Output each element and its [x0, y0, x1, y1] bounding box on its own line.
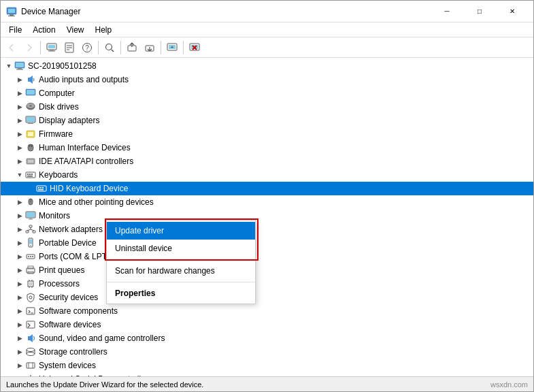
- usb-expand: ▶: [14, 374, 25, 376]
- maximize-button[interactable]: □: [464, 1, 495, 22]
- ide-expand: ▶: [14, 156, 25, 167]
- list-item[interactable]: ▶ Sound, video and game controllers: [1, 331, 533, 345]
- svg-rect-54: [38, 189, 44, 191]
- menu-bar: File Action View Help: [1, 22, 533, 37]
- svg-text:+: +: [171, 44, 174, 50]
- ide-label: IDE ATA/ATAPI controllers: [39, 157, 133, 166]
- properties-button[interactable]: [61, 39, 78, 56]
- swcomp-icon: [25, 306, 36, 316]
- list-item[interactable]: ▶ Software components: [1, 304, 533, 318]
- svg-rect-78: [29, 282, 33, 286]
- sysdev-icon: [25, 360, 36, 371]
- svg-point-91: [27, 353, 35, 356]
- status-bar: Launches the Update Driver Wizard for th…: [1, 376, 533, 391]
- print-expand: ▶: [14, 265, 25, 276]
- svg-rect-42: [31, 144, 33, 147]
- computer-button[interactable]: [44, 39, 60, 56]
- svg-point-71: [28, 256, 29, 257]
- print-icon: [25, 265, 36, 276]
- svg-rect-37: [28, 123, 33, 124]
- network-label: Network adapters: [39, 225, 103, 234]
- menu-file[interactable]: File: [3, 24, 27, 36]
- list-item[interactable]: ▶ Storage controllers: [1, 345, 533, 359]
- list-item[interactable]: ▶ Mice and other pointing devices: [1, 195, 533, 209]
- usb-label: Universal Serial Bus controllers: [39, 374, 152, 376]
- context-menu: Update driver Uninstall device Scan for …: [106, 220, 256, 304]
- svg-rect-47: [29, 174, 31, 175]
- list-item[interactable]: ▶ Monitors: [1, 209, 533, 223]
- toolbar-sep-4: [161, 41, 161, 54]
- svg-line-65: [27, 229, 31, 231]
- firmware-label: Firmware: [39, 129, 73, 139]
- svg-rect-46: [27, 174, 29, 175]
- toolbar: ? +: [1, 37, 533, 58]
- tree-root[interactable]: ▼ SC-201905101258: [1, 59, 533, 73]
- forward-button[interactable]: [21, 39, 37, 56]
- svg-marker-87: [28, 334, 33, 342]
- list-item[interactable]: ▶ Ports (COM & LPT): [1, 250, 533, 263]
- firmware-expand: ▶: [14, 129, 25, 140]
- ctx-scan-hardware[interactable]: Scan for hardware changes: [107, 262, 255, 280]
- menu-help[interactable]: Help: [90, 24, 118, 36]
- svg-rect-63: [33, 231, 35, 233]
- svg-rect-51: [38, 187, 39, 189]
- processors-icon: [25, 278, 36, 289]
- svg-rect-53: [42, 187, 44, 189]
- list-item[interactable]: ▶ Security devices: [1, 291, 533, 304]
- audio-icon: [25, 74, 36, 85]
- list-item[interactable]: ▶ Processors: [1, 277, 533, 291]
- svg-rect-36: [27, 117, 35, 122]
- scan-button[interactable]: [101, 39, 118, 56]
- list-item[interactable]: ▶ IDE ATA/ATAPI controllers: [1, 154, 533, 168]
- list-item[interactable]: ▶ Firmware: [1, 127, 533, 141]
- svg-point-72: [30, 256, 31, 257]
- svg-rect-28: [16, 69, 23, 70]
- list-item[interactable]: ▶ Universal Serial Bus controllers: [1, 372, 533, 376]
- monitors-expand: ▶: [14, 210, 25, 221]
- list-item[interactable]: ▶ Display adapters: [1, 114, 533, 127]
- swdev-icon: [25, 319, 36, 330]
- minimize-button[interactable]: ─: [431, 1, 463, 22]
- list-item[interactable]: ▶ Portable Device: [1, 236, 533, 250]
- uninstall-toolbar-button[interactable]: [141, 39, 158, 56]
- storage-label: Storage controllers: [39, 347, 107, 357]
- disk-expand: ▶: [14, 101, 25, 112]
- network-expand: ▶: [14, 224, 25, 235]
- security-label: Security devices: [39, 293, 98, 302]
- audio-expand: ▶: [14, 74, 25, 85]
- ctx-properties[interactable]: Properties: [107, 284, 255, 302]
- keyboards-label: Keyboards: [39, 170, 78, 180]
- device-manager-window: Device Manager ─ □ ✕ File Action View He…: [0, 0, 534, 392]
- hid-keyboard-item[interactable]: HID Keyboard Device: [1, 182, 533, 195]
- ctx-uninstall-device[interactable]: Uninstall device: [107, 240, 255, 257]
- tree-view[interactable]: ▼ SC-201905101258 ▶: [1, 58, 533, 376]
- list-item[interactable]: ▶ Human Interface Devices: [1, 141, 533, 154]
- list-item[interactable]: ▶ Network adapters: [1, 223, 533, 236]
- delete-button[interactable]: [186, 39, 203, 56]
- back-button[interactable]: [3, 39, 20, 56]
- hid-keyboard-expand: [25, 183, 36, 194]
- add-device-button[interactable]: +: [164, 39, 180, 56]
- root-computer-icon: [14, 61, 25, 71]
- list-item[interactable]: ▶ Computer: [1, 86, 533, 100]
- toolbar-sep-2: [98, 41, 99, 54]
- sound-expand: ▶: [14, 333, 25, 344]
- keyboards-expand: ▼: [14, 169, 25, 180]
- ctx-update-driver[interactable]: Update driver: [107, 222, 255, 240]
- list-item[interactable]: ▶ Disk drives: [1, 100, 533, 114]
- svg-rect-49: [27, 176, 33, 177]
- close-button[interactable]: ✕: [497, 1, 528, 22]
- menu-action[interactable]: Action: [27, 24, 61, 36]
- svg-rect-40: [28, 144, 33, 151]
- list-item[interactable]: ▼ Keyboards: [1, 168, 533, 182]
- update-driver-toolbar-button[interactable]: [124, 39, 140, 56]
- list-item[interactable]: ▶ Print queues: [1, 263, 533, 277]
- swcomp-label: Software components: [39, 306, 118, 316]
- list-item[interactable]: ▶ Audio inputs and outputs: [1, 73, 533, 86]
- display-icon: [25, 115, 36, 126]
- display-label: Display adapters: [39, 116, 99, 125]
- list-item[interactable]: ▶ System devices: [1, 359, 533, 372]
- help-button[interactable]: ?: [79, 39, 95, 56]
- menu-view[interactable]: View: [61, 24, 90, 36]
- list-item[interactable]: ▶ Software devices: [1, 318, 533, 331]
